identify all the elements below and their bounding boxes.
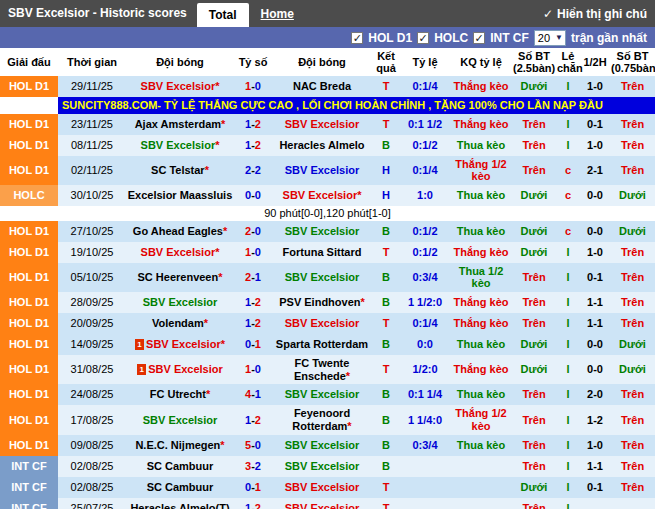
away-team[interactable]: Fortuna Sittard [272, 242, 372, 263]
match-date: 20/09/25 [58, 313, 126, 334]
away-team[interactable]: SBV Excelsior [272, 221, 372, 242]
over-under-0-75: Trên [610, 435, 655, 456]
home-star-icon: * [204, 317, 208, 329]
league-filter-hold1-label[interactable]: HOL D1 [368, 31, 412, 45]
match-date: 02/08/25 [58, 456, 126, 477]
league-badge[interactable]: HOL D1 [0, 334, 58, 355]
team-name: N.E.C. Nijmegen [135, 439, 220, 451]
away-team[interactable]: Sparta Rotterdam [272, 334, 372, 355]
over-under-2-5: Trên [512, 114, 556, 135]
over-under-2-5: Trên [512, 384, 556, 405]
league-badge[interactable]: HOL D1 [0, 355, 58, 384]
over-under-2-5: Dưới [512, 334, 556, 355]
team-name: SC Telstar [151, 164, 205, 176]
home-team[interactable]: N.E.C. Nijmegen* [126, 435, 234, 456]
away-team[interactable]: SBV Excelsior [272, 384, 372, 405]
col-header-odds-result: KQ tỷ lệ [450, 48, 512, 76]
league-badge[interactable]: INT CF [0, 498, 58, 509]
score: 2-0 [234, 221, 272, 242]
tab-home[interactable]: Home [249, 0, 306, 27]
league-badge[interactable]: HOL D1 [0, 435, 58, 456]
away-team[interactable]: Feyenoord Rotterdam* [272, 405, 372, 434]
ad-banner[interactable]: SUNCITY888.COM- TỶ LỆ THẮNG CỰC CAO , LỐ… [58, 97, 655, 114]
away-team[interactable]: SBV Excelsior [272, 456, 372, 477]
home-team[interactable]: SBV Excelsior* [126, 76, 234, 97]
league-badge[interactable]: HOLC [0, 185, 58, 206]
away-team[interactable]: SBV Excelsior [272, 477, 372, 498]
handicap-odds [400, 498, 450, 509]
over-under-0-75: Trên [610, 405, 655, 434]
home-team[interactable]: SBV Excelsior* [126, 135, 234, 156]
home-team[interactable]: 1SBV Excelsior* [126, 334, 234, 355]
result-letter: B [372, 263, 400, 292]
league-filter-intcf-label[interactable]: INT CF [490, 31, 529, 45]
tab-total[interactable]: Total [197, 3, 249, 27]
team-name: SBV Excelsior [285, 225, 360, 237]
away-team[interactable]: Heracles Almelo [272, 135, 372, 156]
home-team[interactable]: SC Cambuur [126, 456, 234, 477]
home-team[interactable]: Go Ahead Eagles* [126, 221, 234, 242]
home-team[interactable]: SBV Excelsior* [126, 242, 234, 263]
match-row: HOL D108/11/25SBV Excelsior*1-2Heracles … [0, 135, 655, 156]
home-team[interactable]: Excelsior Maassluis [126, 185, 234, 206]
home-star-icon: * [220, 439, 224, 451]
league-badge[interactable]: HOL D1 [0, 313, 58, 334]
col-header-away-team: Đội bóng [272, 48, 372, 76]
half-time-score: 0-0 [580, 185, 610, 206]
league-badge[interactable]: HOL D1 [0, 221, 58, 242]
league-badge[interactable]: HOL D1 [0, 135, 58, 156]
away-team[interactable]: PSV Eindhoven* [272, 292, 372, 313]
away-team[interactable]: NAC Breda [272, 76, 372, 97]
show-notes-toggle[interactable]: ✓Hiển thị ghi chú [543, 0, 655, 27]
home-team[interactable]: Volendam* [126, 313, 234, 334]
match-date: 09/08/25 [58, 435, 126, 456]
checkbox-intcf[interactable]: ✓ [473, 32, 485, 44]
away-team[interactable]: SBV Excelsior [272, 313, 372, 334]
home-team[interactable]: FC Utrecht* [126, 384, 234, 405]
home-team[interactable]: 1SBV Excelsior [126, 355, 234, 384]
league-badge[interactable]: HOL D1 [0, 76, 58, 97]
league-badge[interactable]: HOL D1 [0, 384, 58, 405]
score: 2-1 [234, 263, 272, 292]
away-team[interactable]: SBV Excelsior [272, 114, 372, 135]
match-row: HOLC30/10/25Excelsior Maassluis0-0SBV Ex… [0, 185, 655, 206]
away-team[interactable]: SBV Excelsior* [272, 185, 372, 206]
checkbox-holc[interactable]: ✓ [417, 32, 429, 44]
league-badge[interactable]: HOL D1 [0, 292, 58, 313]
home-team[interactable]: SBV Excelsior [126, 405, 234, 434]
away-team[interactable]: SBV Excelsior [272, 263, 372, 292]
league-badge[interactable]: INT CF [0, 456, 58, 477]
home-team[interactable]: SC Heerenveen* [126, 263, 234, 292]
league-badge[interactable]: HOL D1 [0, 263, 58, 292]
match-count-suffix: trận gần nhất [571, 31, 647, 45]
checkbox-hold1[interactable]: ✓ [351, 32, 363, 44]
half-time-score [580, 498, 610, 509]
away-team[interactable]: SBV Excelsior [272, 156, 372, 185]
home-team[interactable]: SC Telstar* [126, 156, 234, 185]
league-badge[interactable]: HOL D1 [0, 156, 58, 185]
odds-result: Thua 1/2 kèo [450, 263, 512, 292]
home-team[interactable]: Heracles Almelo(T) [126, 498, 234, 509]
away-team[interactable]: FC Twente Enschede* [272, 355, 372, 384]
away-goals: 2 [255, 139, 261, 151]
over-under-0-75: Trên [610, 313, 655, 334]
home-team[interactable]: Ajax Amsterdam* [126, 114, 234, 135]
league-badge[interactable]: INT CF [0, 477, 58, 498]
note-row: 90 phút[0-0],120 phút[1-0] [0, 206, 655, 221]
away-team[interactable]: SBV Excelsior [272, 498, 372, 509]
col-header-half: 1/2H [580, 48, 610, 76]
match-count-select[interactable]: 20 ▼ [534, 30, 566, 46]
away-goals: 0 [255, 189, 261, 201]
col-header-league: Giải đấu [0, 48, 58, 76]
home-team[interactable]: SBV Excelsior [126, 292, 234, 313]
team-name: SBV Excelsior [285, 271, 360, 283]
handicap-odds: 0:1/2 [400, 135, 450, 156]
away-team[interactable]: SBV Excelsior [272, 435, 372, 456]
home-star-icon: * [215, 139, 219, 151]
show-notes-label: Hiển thị ghi chú [557, 7, 647, 21]
league-badge[interactable]: HOL D1 [0, 242, 58, 263]
league-filter-holc-label[interactable]: HOLC [434, 31, 468, 45]
league-badge[interactable]: HOL D1 [0, 405, 58, 434]
home-team[interactable]: SC Cambuur [126, 477, 234, 498]
league-badge[interactable]: HOL D1 [0, 114, 58, 135]
